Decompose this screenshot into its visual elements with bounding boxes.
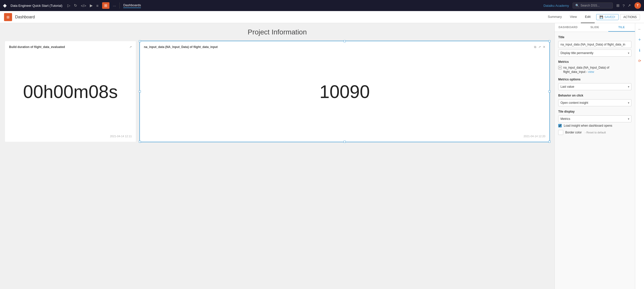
metrics-options-wrapper: Last value Average Min Max	[558, 83, 631, 90]
tile-left[interactable]: Build duration of flight_data_evaluated …	[5, 41, 136, 142]
saved-label: SAVED!	[605, 15, 615, 19]
metrics-item: ≡ na_input_data (NA_Input_Data) of fligh…	[558, 66, 631, 74]
nav-edit[interactable]: Edit	[581, 11, 594, 23]
handle-bl	[139, 141, 141, 143]
tab-tile[interactable]: TILE	[608, 23, 635, 32]
app-logo: ◈	[3, 3, 7, 8]
load-insight-row: Load insight when dashboard opens	[558, 124, 631, 127]
flow-icon[interactable]: ▷	[67, 3, 70, 8]
tile-display-wrapper: Metrics Chart Both	[558, 115, 631, 122]
tile-display-select[interactable]: Metrics Chart Both	[558, 115, 631, 122]
help-icon[interactable]: ?	[623, 4, 625, 8]
search-placeholder: Search DSS...	[581, 4, 600, 7]
search-icon: 🔍	[575, 4, 579, 7]
trending-icon[interactable]: ↗	[628, 3, 631, 8]
behavior-label: Behavior on click	[558, 94, 631, 97]
title-section-label: Title	[558, 35, 631, 39]
metrics-item-icon: ≡	[558, 66, 562, 69]
tile-left-actions: ↗	[129, 45, 132, 49]
metrics-options-select[interactable]: Last value Average Min Max	[558, 83, 631, 90]
behavior-wrapper: Open content insight No action Open URL	[558, 99, 631, 106]
nav-view[interactable]: View	[566, 11, 581, 23]
dashboard-title: Dashboard	[15, 15, 35, 19]
subheader-nav: Summary View Edit 💾 SAVED! ACTIONS	[544, 11, 640, 23]
border-color-row: Border color - Reset to default	[558, 130, 631, 135]
tile-right-title: na_input_data (NA_Input_Data) of flight_…	[144, 45, 218, 49]
tile-left-title: Build duration of flight_data_evaluated	[9, 45, 65, 49]
tile-right[interactable]: na_input_data (NA_Input_Data) of flight_…	[140, 41, 549, 142]
load-insight-label: Load insight when dashboard opens	[564, 124, 612, 127]
tile-left-external-icon[interactable]: ↗	[129, 45, 132, 49]
subheader: ⊞ Dashboard Summary View Edit 💾 SAVED! A…	[0, 11, 644, 23]
metrics-section-label: Metrics	[558, 60, 631, 64]
project-title: Data Engineer Quick Start (Tutorial)	[11, 4, 62, 8]
load-insight-checkbox[interactable]	[558, 124, 562, 127]
add-element-icon[interactable]: +	[636, 36, 643, 43]
topbar-right-icons: ⊞ ? ↗	[616, 3, 631, 8]
metrics-item-text: na_input_data (NA_Input_Data) of flight_…	[563, 66, 631, 74]
handle-ml	[139, 90, 141, 92]
handle-tm	[344, 40, 346, 42]
topbar-icons: ▷ ↻ </> ▶ ≡ ⊞ ···	[67, 2, 116, 9]
topbar-right: Dataiku Academy 🔍 Search DSS... ⊞ ? ↗ T	[543, 2, 641, 9]
handle-br	[548, 141, 550, 143]
main-layout: Project Information Build duration of fl…	[0, 23, 644, 289]
user-avatar[interactable]: T	[634, 2, 641, 9]
behavior-select[interactable]: Open content insight No action Open URL	[558, 99, 631, 106]
info-panel-icon[interactable]: ℹ	[636, 47, 643, 54]
topbar: ◈ Data Engineer Quick Start (Tutorial) ▷…	[0, 0, 644, 11]
grid-icon[interactable]: ⊞	[616, 3, 620, 8]
tile-left-timestamp: 2021-04-14 12:11	[9, 132, 132, 138]
display-title-select-wrapper: Display title permanently Display title …	[558, 50, 631, 57]
search-box[interactable]: 🔍 Search DSS...	[573, 3, 613, 9]
refresh-icon[interactable]: ↻	[74, 3, 77, 8]
panel-content: Title Display title permanently Display …	[555, 32, 635, 141]
saved-button[interactable]: 💾 SAVED!	[596, 14, 619, 20]
code-icon[interactable]: </>	[81, 4, 86, 8]
reset-to-default-link[interactable]: - Reset to default	[585, 131, 606, 134]
handle-tl	[139, 40, 141, 42]
right-panel: DASHBOARD SLIDE TILE Title Display title…	[554, 23, 635, 289]
tile-right-external-icon[interactable]: ↗	[538, 45, 541, 49]
tile-left-header: Build duration of flight_data_evaluated …	[9, 45, 132, 49]
tile-right-value: 10090	[144, 51, 545, 132]
panel-tabs: DASHBOARD SLIDE TILE	[555, 23, 635, 32]
dashboard-icon[interactable]: ⊞	[102, 2, 109, 9]
tiles-row: Build duration of flight_data_evaluated …	[5, 41, 549, 142]
handle-tr	[548, 40, 550, 42]
tab-dashboard[interactable]: DASHBOARD	[555, 23, 581, 32]
tile-display-label: Tile display	[558, 110, 631, 113]
sync-status-icon[interactable]: ⟳	[636, 57, 643, 64]
metrics-separator: -	[586, 70, 588, 74]
dashboard-sub-icon: ⊞	[4, 13, 12, 21]
topbar-divider	[119, 3, 120, 9]
display-title-select[interactable]: Display title permanently Display title …	[558, 50, 631, 57]
academy-link[interactable]: Dataiku Academy	[543, 4, 569, 8]
far-right-sidebar: ← + ℹ ⟳	[635, 23, 644, 289]
actions-button[interactable]: ACTIONS	[620, 14, 640, 20]
border-color-swatch[interactable]	[558, 130, 563, 135]
dashboard-canvas[interactable]: Project Information Build duration of fl…	[0, 23, 554, 289]
current-section-label: Dashboards	[123, 3, 141, 8]
tab-slide[interactable]: SLIDE	[581, 23, 608, 32]
metrics-options-label: Metrics options	[558, 78, 631, 81]
tile-left-value: 00h00m08s	[9, 51, 132, 132]
title-input[interactable]	[558, 41, 631, 48]
handle-mr	[548, 90, 550, 92]
nav-summary[interactable]: Summary	[544, 11, 566, 23]
metrics-view-link[interactable]: view	[588, 70, 594, 74]
collapse-panel-icon[interactable]: ←	[636, 26, 643, 33]
notebook-icon[interactable]: ≡	[96, 4, 99, 8]
saved-icon: 💾	[599, 15, 603, 19]
canvas-title: Project Information	[5, 28, 549, 36]
border-color-label: Border color	[565, 131, 582, 134]
tile-right-timestamp: 2021-04-14 12:20	[144, 132, 545, 138]
tile-right-header: na_input_data (NA_Input_Data) of flight_…	[144, 45, 545, 49]
tile-right-actions: ⧉ ↗ ✕	[534, 45, 545, 49]
tile-right-delete-icon[interactable]: ✕	[543, 45, 545, 49]
run-icon[interactable]: ▶	[90, 3, 93, 8]
handle-bm	[344, 141, 346, 143]
more-icon[interactable]: ···	[113, 4, 116, 8]
tile-right-copy-icon[interactable]: ⧉	[534, 45, 536, 49]
